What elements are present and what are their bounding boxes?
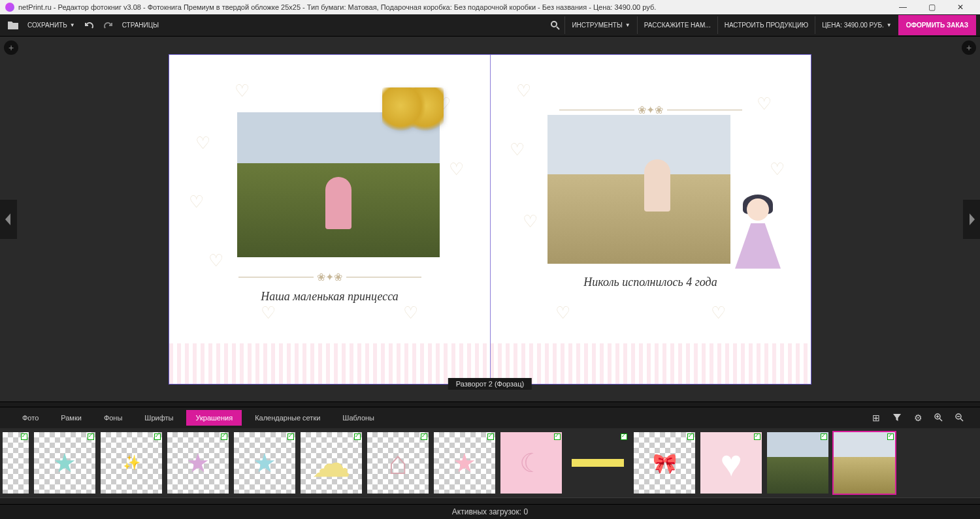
app-icon (5, 3, 14, 12)
asset-thumb[interactable]: ★ (34, 432, 95, 494)
window-title: netPrint.ru - Редактор фотокниг v3.08 - … (18, 3, 889, 11)
princess-sticker[interactable] (728, 185, 787, 269)
asset-thumb[interactable]: ☁ (301, 432, 362, 494)
svg-point-0 (551, 22, 557, 27)
add-asset-icon[interactable]: ⊞ (869, 411, 883, 425)
tab-fonts[interactable]: Шрифты (135, 410, 182, 426)
spread-label: Разворот 2 (Форзац) (448, 378, 532, 390)
zoom-in-icon[interactable] (932, 411, 946, 425)
window-titlebar: netPrint.ru - Редактор фотокниг v3.08 - … (0, 0, 980, 14)
configure-button[interactable]: НАСТРОИТЬ ПРОДУКЦИЮ (717, 16, 815, 34)
prev-spread-button[interactable] (0, 200, 17, 239)
butterfly-sticker[interactable] (382, 87, 444, 133)
pages-button[interactable]: СТРАНИЦЫ (117, 19, 164, 31)
asset-thumb[interactable] (3, 432, 29, 494)
filter-icon[interactable] (890, 411, 904, 425)
add-page-right-button[interactable]: + (962, 40, 976, 55)
tab-photo[interactable]: Фото (13, 410, 48, 426)
tab-decorations[interactable]: Украшения (186, 410, 242, 426)
ornament-divider: ❀✦❀ (238, 272, 421, 283)
thumbs-scrollbar[interactable] (0, 497, 980, 504)
redo-icon[interactable] (99, 16, 117, 35)
save-button[interactable]: СОХРАНИТЬ▼ (22, 19, 80, 31)
canvas-scrollbar[interactable] (0, 401, 980, 407)
asset-thumb[interactable]: ✨ (101, 432, 162, 494)
asset-thumb[interactable]: 🎀 (634, 432, 695, 494)
tell-us-button[interactable]: РАССКАЖИТЕ НАМ... (637, 16, 717, 34)
settings-icon[interactable]: ⚙ (911, 411, 925, 425)
search-icon[interactable] (546, 16, 564, 35)
asset-thumb[interactable]: ★ (167, 432, 229, 494)
asset-thumb[interactable]: ☾ (500, 432, 562, 494)
asset-thumb[interactable]: ⌂ (367, 432, 429, 494)
tab-frames[interactable]: Рамки (52, 410, 91, 426)
photo-right[interactable] (547, 115, 730, 264)
asset-thumb[interactable]: ★ (434, 432, 495, 494)
undo-icon[interactable] (80, 16, 99, 35)
tab-backgrounds[interactable]: Фоны (95, 410, 131, 426)
tab-templates[interactable]: Шаблоны (333, 410, 384, 426)
caption-left[interactable]: Наша маленькая принцесса (169, 290, 490, 304)
asset-thumb[interactable]: ★ (234, 432, 295, 494)
checkout-button[interactable]: ОФОРМИТЬ ЗАКАЗ (898, 15, 976, 35)
asset-thumbnails: ★ ✨ ★ ★ ☁ ⌂ ★ ☾ 🎀 ♥ (0, 428, 980, 497)
price-button[interactable]: ЦЕНА: 3490.00 РУБ.▼ (815, 16, 898, 34)
tab-calendar-grids[interactable]: Календарные сетки (246, 410, 329, 426)
left-page[interactable]: ♡ ♡ ♡ ♡ ♡ ♡ ♡ ♡ ❀✦❀ Наша маленькая принц… (169, 55, 490, 384)
stripes-decoration (490, 343, 811, 384)
asset-thumb[interactable]: ♥ (700, 432, 762, 494)
folder-icon[interactable] (4, 16, 22, 35)
page-spread[interactable]: ♡ ♡ ♡ ♡ ♡ ♡ ♡ ♡ ❀✦❀ Наша маленькая принц… (169, 54, 811, 385)
stripes-decoration (169, 343, 490, 384)
zoom-out-icon[interactable] (953, 411, 967, 425)
asset-thumb[interactable] (767, 432, 828, 494)
asset-thumb[interactable] (567, 432, 629, 494)
minimize-button[interactable]: — (889, 0, 917, 14)
right-page[interactable]: ♡ ♡ ♡ ♡ ♡ ♡ ♡ ❀✦❀ Николь исполнилось (490, 55, 811, 384)
status-bar: Активных загрузок: 0 (0, 504, 980, 519)
caption-right[interactable]: Николь исполнилось 4 года (490, 275, 811, 289)
asset-thumb[interactable] (834, 432, 895, 494)
page-fold (490, 55, 491, 384)
editor-canvas: + + ♡ ♡ ♡ ♡ ♡ ♡ ♡ ♡ ❀✦❀ (0, 37, 980, 401)
photo-left[interactable] (237, 112, 440, 257)
close-button[interactable]: ✕ (946, 0, 975, 14)
add-page-left-button[interactable]: + (4, 40, 18, 55)
next-spread-button[interactable] (963, 200, 980, 239)
asset-tabs: Фото Рамки Фоны Шрифты Украшения Календа… (0, 407, 980, 428)
tools-button[interactable]: ИНСТРУМЕНТЫ▼ (564, 16, 636, 34)
main-toolbar: СОХРАНИТЬ▼ СТРАНИЦЫ ИНСТРУМЕНТЫ▼ РАССКАЖ… (0, 14, 980, 37)
maximize-button[interactable]: ▢ (917, 0, 946, 14)
assets-panel: Фото Рамки Фоны Шрифты Украшения Календа… (0, 407, 980, 497)
